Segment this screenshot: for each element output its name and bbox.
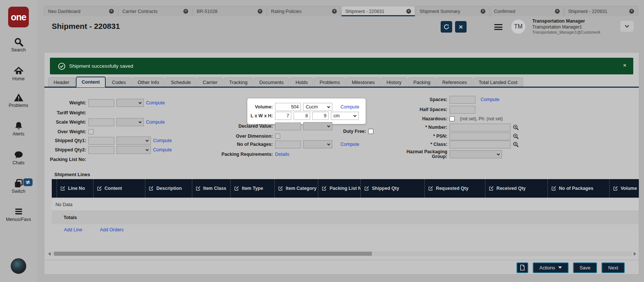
over-dimension-checkbox[interactable] — [275, 134, 280, 139]
tab-packing[interactable]: Packing — [408, 77, 436, 87]
col-line-no[interactable]: Line No — [57, 179, 93, 198]
shipped-qty2-compute-link[interactable]: Compute — [153, 147, 172, 152]
next-button[interactable]: Next — [601, 262, 625, 273]
user-avatar-image[interactable] — [11, 258, 26, 274]
tab-history[interactable]: History — [381, 77, 407, 87]
col-packing-list-no[interactable]: Packing List No — [318, 179, 360, 198]
hazmat-packaging-group-select[interactable] — [450, 150, 502, 158]
volume-input[interactable] — [275, 103, 301, 111]
sidebar-item-home[interactable]: Home — [0, 66, 37, 81]
close-tab-icon[interactable] — [109, 9, 114, 14]
no-of-packages-input[interactable] — [275, 141, 301, 148]
over-weight-checkbox[interactable] — [88, 129, 94, 134]
tab-rating-policies[interactable]: Rating Policies — [267, 6, 341, 16]
close-page-button[interactable] — [455, 21, 467, 33]
scrollbar-track[interactable] — [52, 251, 632, 256]
tab-carrier-contracts[interactable]: Carrier Contracts — [118, 6, 192, 16]
weight-input[interactable] — [88, 99, 114, 107]
col-volume[interactable]: Volume — [609, 179, 639, 198]
scale-weight-input[interactable] — [88, 118, 114, 126]
close-tab-icon[interactable] — [183, 9, 188, 14]
length-input[interactable] — [275, 112, 291, 120]
sidebar-item-search[interactable]: Search — [0, 37, 37, 53]
half-spaces-input[interactable] — [450, 106, 475, 114]
tab-total-landed-cost[interactable]: Total Landed Cost — [473, 77, 523, 87]
close-tab-icon[interactable] — [481, 9, 485, 14]
spaces-input[interactable] — [450, 96, 475, 104]
declared-value-input[interactable] — [275, 122, 301, 130]
volume-compute-link[interactable]: Compute — [340, 104, 359, 110]
tab-references[interactable]: References — [437, 77, 472, 87]
close-tab-icon[interactable] — [629, 9, 634, 14]
weight-compute-link[interactable]: Compute — [146, 100, 165, 105]
tab-other-info[interactable]: Other Info — [132, 77, 165, 87]
spaces-compute-link[interactable]: Compute — [481, 97, 499, 102]
col-item-class[interactable]: Item Class — [192, 179, 231, 198]
tab-content[interactable]: Content — [76, 77, 106, 87]
add-orders-link[interactable]: Add Orders — [100, 227, 123, 232]
lwh-uom-select[interactable]: cm — [331, 112, 359, 120]
shipped-qty2-input[interactable] — [88, 146, 114, 154]
hazmat-class-input[interactable] — [450, 141, 511, 148]
col-content[interactable]: Content — [93, 179, 145, 198]
add-line-link[interactable]: Add Line — [64, 227, 82, 232]
tab-shipment-220831-2[interactable]: Shipment - 220831 — [564, 6, 638, 16]
no-of-packages-uom-select[interactable] — [303, 140, 332, 148]
tab-holds[interactable]: Holds — [290, 77, 313, 87]
width-input[interactable] — [294, 112, 310, 120]
tab-br-51028[interactable]: BR-51028 — [193, 6, 267, 16]
shipped-qty1-compute-link[interactable]: Compute — [153, 138, 172, 143]
shipped-qty1-uom-select[interactable] — [116, 137, 151, 145]
tab-carrier[interactable]: Carrier — [197, 77, 223, 87]
scale-weight-uom-select[interactable] — [116, 118, 144, 126]
actions-button[interactable]: Actions — [533, 262, 569, 273]
tab-codes[interactable]: Codes — [106, 77, 132, 87]
scroll-right-arrow[interactable] — [632, 251, 637, 256]
one-network-logo[interactable]: one — [8, 7, 29, 27]
tab-confirmed[interactable]: Confirmed — [490, 6, 564, 16]
user-avatar[interactable]: TM — [511, 20, 525, 34]
col-description[interactable]: Description — [145, 179, 191, 198]
sidebar-item-menus-favs[interactable]: Menus/Favs — [0, 207, 37, 222]
close-tab-icon[interactable] — [406, 9, 411, 14]
zoom-in-icon[interactable] — [513, 141, 519, 148]
no-of-packages-compute-link[interactable]: Compute — [340, 142, 359, 147]
height-input[interactable] — [312, 112, 329, 120]
col-item-category[interactable]: Item Category — [274, 179, 318, 198]
shipped-qty1-input[interactable] — [88, 137, 114, 145]
tab-tracking[interactable]: Tracking — [224, 77, 253, 87]
document-button[interactable] — [516, 262, 528, 273]
col-shipped-qty[interactable]: Shipped Qty — [360, 179, 424, 198]
tab-header[interactable]: Header — [48, 77, 75, 87]
user-menu-button[interactable] — [620, 21, 634, 32]
hazmat-number-input[interactable] — [450, 124, 511, 131]
packing-requirements-details-link[interactable]: Details — [275, 152, 289, 157]
col-item-type[interactable]: Item Type — [230, 179, 274, 198]
scroll-left-arrow[interactable] — [47, 251, 52, 256]
tab-neo-dashboard[interactable]: Neo Dashboard — [44, 6, 118, 16]
duty-free-checkbox[interactable] — [368, 129, 373, 134]
col-received-qty[interactable]: Received Qty — [485, 179, 548, 198]
tab-shipment-220831-active[interactable]: Shipment - 220831 — [341, 6, 415, 16]
hazardous-checkbox[interactable] — [450, 116, 455, 121]
sidebar-item-alerts[interactable]: Alerts — [0, 121, 37, 137]
col-no-of-packages[interactable]: No of Packages — [548, 179, 609, 198]
hazmat-psn-input[interactable] — [450, 132, 511, 140]
close-tab-icon[interactable] — [332, 9, 337, 14]
close-tab-icon[interactable] — [258, 9, 262, 14]
declared-value-currency-select[interactable] — [303, 122, 332, 130]
header-menu-icon[interactable] — [494, 24, 502, 30]
tab-schedule[interactable]: Schedule — [165, 77, 196, 87]
close-tab-icon[interactable] — [555, 9, 560, 14]
refresh-button[interactable] — [441, 21, 452, 33]
sidebar-item-problems[interactable]: Problems — [0, 93, 37, 108]
switch-shortcut-badge[interactable] — [23, 178, 33, 186]
horizontal-scrollbar[interactable] — [47, 251, 637, 256]
scale-weight-compute-link[interactable]: Compute — [146, 120, 165, 125]
banner-close-icon[interactable] — [623, 62, 627, 69]
weight-uom-select[interactable] — [116, 99, 144, 107]
save-button[interactable]: Save — [573, 262, 597, 273]
volume-uom-select[interactable]: Cucm — [303, 103, 332, 111]
tab-problems[interactable]: Problems — [314, 77, 345, 87]
col-requested-qty[interactable]: Requested Qty — [424, 179, 485, 198]
